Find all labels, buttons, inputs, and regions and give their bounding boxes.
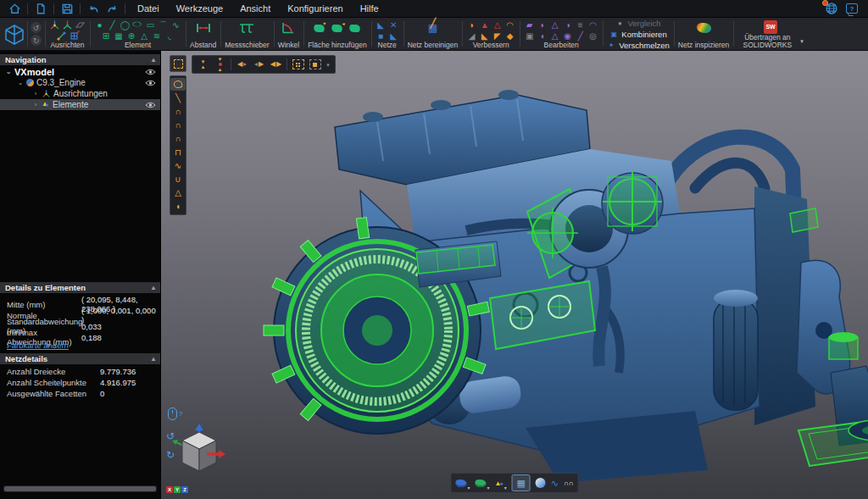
- improve-patch1-icon[interactable]: ◢: [466, 30, 477, 42]
- add-surface-icon[interactable]: [349, 23, 360, 34]
- histogram-button[interactable]: ∩∩: [564, 475, 574, 491]
- element-rectangle-icon[interactable]: ▭: [145, 19, 156, 30]
- tree-item-vxmodel[interactable]: ⌄ VXmodel: [0, 66, 160, 77]
- edit-lattice-icon[interactable]: ◎: [587, 30, 598, 42]
- ribbon-group-messschieber[interactable]: Messschieber: [220, 18, 273, 50]
- pen-select-tool[interactable]: ╲: [170, 91, 186, 104]
- element-sphere-icon[interactable]: ⊕: [126, 30, 137, 42]
- collapse-caret-icon[interactable]: ▴: [152, 284, 155, 291]
- square-cap-select-tool[interactable]: ⊓: [170, 146, 186, 158]
- element-polyline-icon[interactable]: ∿: [170, 19, 181, 30]
- collapse-caret-icon[interactable]: ▴: [152, 56, 155, 64]
- element-line-icon[interactable]: ╱: [107, 19, 118, 30]
- nav-next-icon[interactable]: ◂▶: [251, 57, 267, 72]
- menu-hilfe[interactable]: Hilfe: [352, 0, 387, 18]
- shading-button[interactable]: [536, 475, 546, 491]
- ribbon-group-solidworks-transfer[interactable]: SW Übertragen an SOLIDWORKS ▾: [733, 18, 808, 50]
- align-axis-icon[interactable]: [49, 19, 60, 30]
- tree-item-elemente[interactable]: › ▲ ● Elemente: [0, 99, 160, 110]
- element-point-icon[interactable]: ●: [94, 19, 105, 30]
- new-file-icon[interactable]: [31, 1, 50, 16]
- nav-both-icon[interactable]: ◀▶: [268, 57, 284, 72]
- element-cylinder-icon[interactable]: ▦: [114, 30, 125, 42]
- menu-werkzeuge[interactable]: Werkzeuge: [168, 0, 231, 18]
- menu-datei[interactable]: Datei: [129, 0, 168, 18]
- improve-patch2-icon[interactable]: ◣: [479, 30, 490, 42]
- expander-icon[interactable]: ›: [32, 90, 39, 97]
- add-surface-star-icon[interactable]: ✦: [314, 23, 325, 34]
- curve-button[interactable]: ∿: [551, 475, 559, 491]
- arch-select-tool-1[interactable]: ∩: [170, 105, 186, 118]
- panel-scrollbar[interactable]: [4, 486, 156, 491]
- help-chat-icon[interactable]: ?: [846, 3, 858, 14]
- mesh-cut-icon[interactable]: ✕: [388, 19, 399, 30]
- details-header[interactable]: Details zu Elementen ▴: [0, 282, 160, 293]
- surface-display-button[interactable]: ▾: [476, 475, 490, 491]
- edit-surface3-icon[interactable]: ◖: [537, 30, 548, 42]
- element-plane-icon[interactable]: ⊞: [101, 30, 112, 42]
- undo-circle-icon[interactable]: ↺: [31, 22, 42, 33]
- redo-circle-icon[interactable]: ↻: [31, 35, 42, 46]
- option-verschmelzen[interactable]: ✦ Verschmelzen: [607, 41, 670, 50]
- blob-select-tool[interactable]: ◖: [170, 200, 186, 213]
- mesh-details-header[interactable]: Netzdetails ▴: [0, 353, 160, 364]
- ribbon-group-netz-bereinigen[interactable]: ▦ ╱ Netz bereinigen: [403, 18, 463, 50]
- image-overlay-button-active[interactable]: ▦: [512, 474, 531, 491]
- ribbon-group-winkel[interactable]: Winkel: [274, 18, 304, 50]
- navigation-cube[interactable]: [171, 424, 227, 483]
- zoom-window-icon[interactable]: [307, 57, 323, 72]
- element-circle-icon[interactable]: ◯: [120, 19, 131, 30]
- improve-boundary-icon[interactable]: ◠: [504, 19, 515, 30]
- edit-small-triangle-icon[interactable]: △: [549, 30, 560, 42]
- mesh-display-button[interactable]: ▾: [456, 475, 470, 491]
- ribbon-group-netz-inspizieren[interactable]: Netz inspizieren: [674, 18, 733, 50]
- add-surface-extend-icon[interactable]: ◂: [331, 23, 342, 34]
- menu-konfigurieren[interactable]: Konfigurieren: [279, 0, 351, 18]
- element-pipe-icon[interactable]: ◟: [164, 30, 175, 42]
- connect-select-tool[interactable]: ∪: [170, 173, 186, 186]
- undo-icon[interactable]: [84, 1, 103, 16]
- expander-icon[interactable]: ⌄: [5, 68, 12, 75]
- collapse-vertical-icon[interactable]: ▼▲: [195, 57, 211, 72]
- edit-surface1-icon[interactable]: ▰: [524, 19, 535, 30]
- improve-fill-icon[interactable]: ◗: [466, 19, 477, 30]
- edit-dome-icon[interactable]: ◠: [587, 19, 598, 30]
- zoom-selection-icon[interactable]: [290, 57, 306, 72]
- mesh-accept-icon[interactable]: ◣: [388, 30, 399, 42]
- align-plane-icon[interactable]: [75, 19, 86, 30]
- align-pin-icon[interactable]: [56, 30, 67, 42]
- collapse-vertical-point-icon[interactable]: ▼▲: [212, 57, 228, 72]
- lasso-select-tool[interactable]: [170, 78, 186, 91]
- freehand-select-tool[interactable]: ∿: [170, 159, 186, 172]
- align-grid-axis-icon[interactable]: [69, 30, 80, 42]
- align-axes-icon[interactable]: [62, 19, 73, 30]
- edit-triangle-icon[interactable]: △: [549, 19, 560, 30]
- edit-pen-icon[interactable]: ╱: [575, 30, 586, 42]
- improve-diamond-icon[interactable]: ◆: [504, 30, 515, 42]
- save-icon[interactable]: [58, 1, 76, 16]
- dropdown-caret-icon[interactable]: ▾: [800, 38, 804, 44]
- nav-previous-icon[interactable]: ◀▸: [234, 57, 250, 72]
- element-arc-icon[interactable]: ⌒: [158, 19, 169, 30]
- elements-display-button[interactable]: ▲ ● ▾: [495, 475, 507, 491]
- visibility-eye-icon[interactable]: [145, 69, 156, 75]
- home-icon[interactable]: [5, 1, 24, 16]
- view-cube-button[interactable]: [2, 18, 27, 50]
- edit-align-icon[interactable]: ≡: [575, 19, 586, 30]
- expander-icon[interactable]: ›: [32, 101, 39, 108]
- arch-select-tool-3[interactable]: ∩: [170, 132, 186, 145]
- edit-droplet-icon[interactable]: ◉: [562, 30, 573, 42]
- arch-select-tool-2[interactable]: ∩: [170, 119, 186, 131]
- edit-mirror-icon[interactable]: ◑: [562, 19, 573, 30]
- 3d-viewport[interactable]: ▼▲ ▼▲ ◀▸ ◂▶ ◀▶ ▾: [161, 51, 868, 499]
- redo-icon[interactable]: [103, 1, 121, 16]
- rectangle-select-button[interactable]: [170, 55, 186, 72]
- menu-ansicht[interactable]: Ansicht: [231, 0, 279, 18]
- improve-outline-icon[interactable]: △: [492, 19, 503, 30]
- visibility-eye-icon[interactable]: [145, 102, 156, 108]
- mesh-remove-icon[interactable]: ◣: [376, 19, 387, 30]
- toolbar-more-caret-icon[interactable]: ▾: [324, 57, 332, 72]
- change-colormap-link[interactable]: Farbkarte ändern: [7, 341, 69, 350]
- edit-copy-icon[interactable]: ▣: [524, 30, 535, 42]
- element-slab-icon[interactable]: ≋: [152, 30, 163, 42]
